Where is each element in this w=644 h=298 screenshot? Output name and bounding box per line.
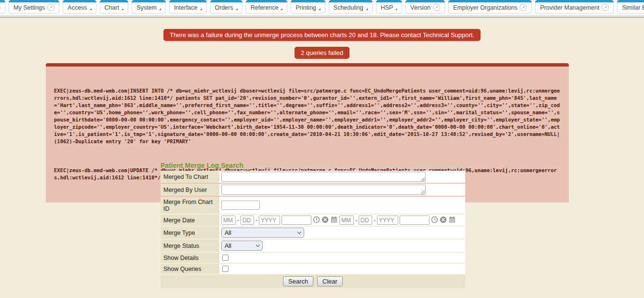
clear-date-icon[interactable] (322, 216, 329, 225)
tab-version[interactable]: Version (405, 0, 445, 14)
tab-interface[interactable]: Interface (169, 0, 207, 14)
merge-date-start-day-input[interactable] (241, 216, 254, 225)
show-queries-label: Show Queries (161, 264, 219, 274)
tab-label: Orders (215, 4, 233, 11)
merge-type-label: Merge Type (161, 227, 219, 239)
tab-bar: My Settings Access Chart System Interfac… (0, 0, 644, 15)
tab-system[interactable]: System (132, 0, 166, 14)
menu-corner-icon (121, 8, 123, 10)
row-merge-status: Merge Status All (161, 240, 465, 252)
tab-provider-management[interactable]: Provider Management (535, 0, 614, 14)
tab-chart[interactable]: Chart (100, 0, 129, 14)
sql-query-1: EXEC|zeus-db.med-web.com|INSERT INTO /* … (54, 87, 561, 145)
alert-row: There was a failure during the unmerge p… (0, 29, 644, 41)
show-details-checkbox[interactable] (222, 255, 228, 261)
clock-icon[interactable] (431, 216, 438, 225)
tab-employer-organizations[interactable]: Employer Organizations (448, 0, 532, 14)
tab-label: Scheduling (334, 4, 363, 11)
external-link-icon[interactable] (433, 4, 440, 11)
merge-date-label: Merge Date (161, 215, 219, 226)
merge-date-end-time-input[interactable] (400, 216, 429, 225)
show-queries-checkbox[interactable] (222, 266, 228, 272)
tab-orders[interactable]: Orders (210, 0, 242, 14)
tab-reference[interactable]: Reference (246, 0, 288, 14)
show-details-label: Show Details (161, 253, 219, 263)
menu-corner-icon (395, 8, 397, 10)
tab-printing[interactable]: Printing (291, 0, 325, 14)
merge-type-select[interactable]: All (221, 228, 304, 238)
merged-to-chart-input[interactable] (221, 172, 426, 182)
unmerge-failure-banner: There was a failure during the unmerge p… (163, 29, 481, 41)
merge-from-chart-id-input[interactable] (221, 201, 260, 210)
tab-label: Access (67, 4, 87, 11)
merge-date-start-month-input[interactable] (221, 216, 236, 225)
tab-scheduling[interactable]: Scheduling (329, 0, 373, 14)
row-merge-type: Merge Type All (161, 227, 465, 239)
form-buttons-row: Search Clear (161, 275, 465, 288)
tab-label: Chart (105, 4, 120, 11)
tab-label: Reference (251, 4, 279, 11)
menu-corner-icon (159, 8, 161, 10)
queries-failed-badge: 2 queries failed (295, 47, 349, 59)
clock-icon[interactable] (313, 216, 320, 225)
external-link-icon (0, 4, 0, 11)
row-merge-from-chart-id: Merge From Chart ID (161, 197, 465, 214)
tab-label: Interface (174, 4, 198, 11)
tab-label: Similar Exposure Groups (SEGs) (622, 4, 644, 11)
tab-my-settings[interactable]: My Settings (9, 0, 59, 14)
tab-label: Employer Organizations (453, 4, 517, 11)
clear-button[interactable]: Clear (317, 276, 343, 286)
tab-access[interactable]: Access (63, 0, 96, 14)
tab-similar-exposure-groups[interactable]: Similar Exposure Groups (SEGs) (617, 0, 644, 14)
row-merged-to-chart: Merged To Chart (161, 171, 465, 183)
tab-label: Version (410, 4, 430, 11)
merge-from-chart-id-label: Merge From Chart ID (161, 197, 219, 214)
top-navigation: My Settings Access Chart System Interfac… (0, 0, 644, 18)
tabbar-divider (0, 15, 644, 18)
menu-corner-icon (90, 8, 92, 10)
row-show-queries: Show Queries (161, 264, 465, 274)
badge-row: 2 queries failed (0, 47, 644, 59)
merge-date-end-day-input[interactable] (359, 216, 372, 225)
date-separator: - (237, 217, 239, 224)
merge-date-start-time-input[interactable] (282, 216, 311, 225)
search-button[interactable]: Search (283, 276, 313, 286)
menu-corner-icon (200, 8, 202, 10)
form-title: Patient Merge Log Search (161, 162, 243, 169)
menu-corner-icon (281, 8, 282, 10)
merge-status-select[interactable]: All (221, 241, 263, 251)
menu-corner-icon (319, 8, 321, 10)
merge-date-start-year-input[interactable] (259, 216, 280, 225)
sql-log-top-bar (46, 63, 569, 67)
row-merge-date: Merge Date -- -- (161, 215, 465, 226)
row-show-details: Show Details (161, 253, 465, 263)
external-link-icon[interactable] (520, 4, 527, 11)
calendar-icon[interactable] (448, 216, 456, 225)
date-separator: - (355, 217, 357, 224)
merged-by-user-label: Merged By User (161, 184, 219, 196)
tab-label: HSP (381, 4, 393, 11)
external-link-icon[interactable] (47, 4, 54, 11)
tab-label: System (136, 4, 157, 11)
form-legend: Patient Merge Log Search (161, 162, 465, 169)
row-merged-by-user: Merged By User (161, 184, 465, 196)
date-separator: - (255, 217, 257, 224)
menu-corner-icon (236, 8, 238, 10)
merge-date-end-year-input[interactable] (377, 216, 398, 225)
merge-date-end-month-input[interactable] (339, 216, 354, 225)
patient-merge-log-search-form: Patient Merge Log Search Merged To Chart… (161, 162, 465, 288)
calendar-icon[interactable] (330, 216, 338, 225)
clear-date-icon[interactable] (440, 216, 447, 225)
tab-label: Printing (295, 4, 316, 11)
merged-to-chart-label: Merged To Chart (161, 171, 219, 183)
external-link-icon[interactable] (602, 4, 609, 11)
tab-partial[interactable] (0, 0, 5, 14)
merged-by-user-input[interactable] (221, 185, 426, 195)
tab-label: My Settings (13, 4, 45, 11)
tab-label: Provider Management (540, 4, 599, 11)
merge-status-label: Merge Status (161, 240, 219, 252)
date-separator: - (374, 217, 376, 224)
tab-hsp[interactable]: HSP (376, 0, 402, 14)
legend-line (246, 166, 465, 166)
menu-corner-icon (366, 8, 368, 10)
